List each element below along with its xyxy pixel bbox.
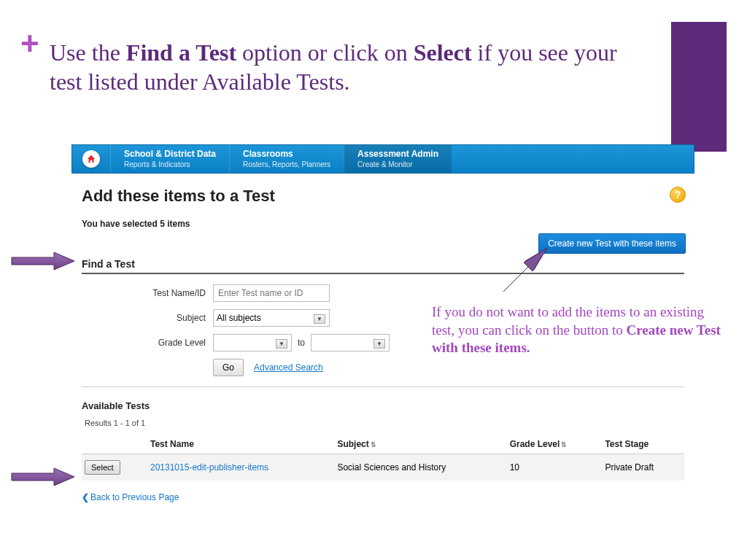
plus-icon: + <box>20 28 39 60</box>
selected-count-text: You have selected 5 items <box>82 219 684 229</box>
table-row: Select 20131015-edit-publisher-items Soc… <box>82 454 684 481</box>
available-tests-header: Available Tests <box>82 400 684 411</box>
nav-label-bot: Reports & Indicators <box>124 160 216 168</box>
nav-school-district[interactable]: School & District Data Reports & Indicat… <box>110 145 229 173</box>
slide-title: Use the Find a Test option or click on S… <box>50 38 640 96</box>
test-name-input[interactable] <box>213 284 330 302</box>
nav-label-top: Classrooms <box>243 149 330 159</box>
grade-from-select[interactable] <box>213 334 292 351</box>
to-label: to <box>298 338 305 348</box>
divider <box>82 386 684 387</box>
select-button[interactable]: Select <box>85 460 120 475</box>
create-new-test-button[interactable]: Create new Test with these items <box>538 233 686 254</box>
back-to-previous-link[interactable]: ❮Back to Previous Page <box>82 492 179 502</box>
grade-to-select[interactable] <box>311 334 390 351</box>
nav-assessment-admin[interactable]: Assessment Admin Create & Monitor <box>344 145 452 173</box>
find-a-test-header: Find a Test <box>82 258 684 274</box>
available-tests-table: Test Name Subject⇅ Grade Level⇅ Test Sta… <box>82 435 684 481</box>
sort-icon: ⇅ <box>371 441 376 448</box>
nav-classrooms[interactable]: Classrooms Rosters, Reports, Planners <box>229 145 344 173</box>
title-bold-find: Find a Test <box>126 39 236 66</box>
test-name-link[interactable]: 20131015-edit-publisher-items <box>147 454 334 481</box>
col-grade-level[interactable]: Grade Level⇅ <box>507 435 603 454</box>
label-grade-level: Grade Level <box>133 338 206 348</box>
nav-label-top: School & District Data <box>124 149 216 159</box>
label-subject: Subject <box>133 313 206 323</box>
sort-icon: ⇅ <box>561 441 567 448</box>
results-count: Results 1 - 1 of 1 <box>85 419 684 427</box>
chevron-left-icon: ❮ <box>82 492 89 502</box>
cell-grade: 10 <box>507 454 603 481</box>
advanced-search-link[interactable]: Advanced Search <box>254 362 323 373</box>
go-button[interactable]: Go <box>213 359 244 376</box>
col-test-stage[interactable]: Test Stage <box>602 435 684 454</box>
title-text-mid: option or click on <box>236 39 414 66</box>
page-title: Add these items to a Test <box>82 187 684 206</box>
annotation-arrow-select <box>10 467 76 487</box>
help-icon[interactable]: ? <box>670 187 686 203</box>
subject-select[interactable]: All subjects <box>213 309 330 327</box>
decorative-block <box>671 22 727 152</box>
title-bold-select: Select <box>414 39 472 66</box>
cell-subject: Social Sciences and History <box>334 454 506 481</box>
nav-home[interactable] <box>72 145 110 173</box>
top-navbar: School & District Data Reports & Indicat… <box>71 144 694 174</box>
col-test-name[interactable]: Test Name <box>147 435 334 454</box>
nav-label-bot: Create & Monitor <box>357 160 438 168</box>
cell-stage: Private Draft <box>602 454 684 481</box>
annotation-arrow-find <box>10 251 76 271</box>
label-test-name: Test Name/ID <box>133 288 206 298</box>
nav-label-top: Assessment Admin <box>357 149 438 159</box>
nav-label-bot: Rosters, Reports, Planners <box>243 160 330 168</box>
annotation-arrow-create <box>499 245 550 296</box>
title-text-pre: Use the <box>50 39 126 66</box>
callout-text: If you do not want to add the items to a… <box>432 303 725 357</box>
home-icon <box>82 150 100 168</box>
col-subject[interactable]: Subject⇅ <box>334 435 506 454</box>
